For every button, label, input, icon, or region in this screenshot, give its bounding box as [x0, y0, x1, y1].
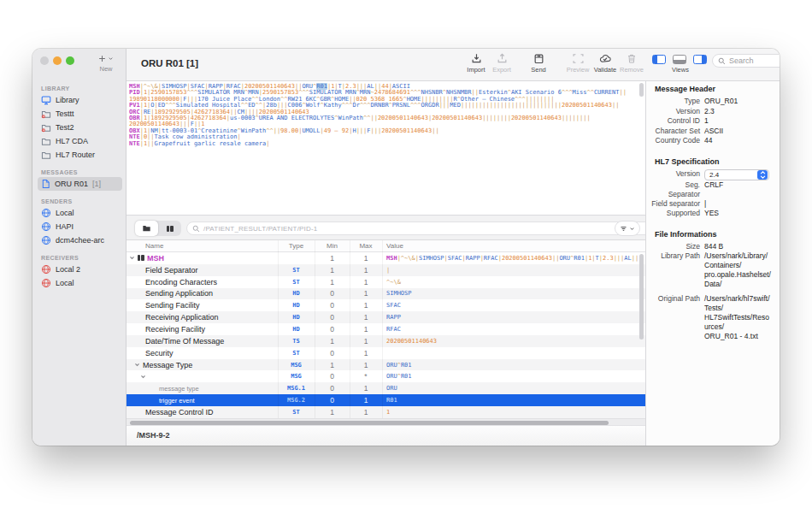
close-button[interactable]: [40, 56, 49, 65]
cell-max: 1: [350, 278, 382, 286]
toggle-bottom-panel-button[interactable]: [673, 55, 686, 64]
export-button[interactable]: Export: [483, 52, 521, 74]
inspector-label: Country Code: [651, 136, 704, 145]
table-row-trigger-event[interactable]: trigger eventMSG.201R01: [127, 394, 645, 406]
minimize-button[interactable]: [53, 56, 62, 65]
new-button[interactable]: New: [91, 53, 121, 73]
table-row-security[interactable]: SecurityST01: [127, 347, 645, 359]
cell-max: 1: [350, 384, 382, 393]
remove-button[interactable]: Remove: [613, 52, 650, 74]
zoom-button[interactable]: [66, 56, 74, 65]
inspector-row-type: TypeORU_R01: [651, 97, 773, 107]
cell-min: 0: [315, 349, 350, 357]
sidebar-item-hl7-cda[interactable]: HL7 CDA: [38, 134, 122, 148]
cell-max: 1: [350, 254, 382, 263]
toggle-left-panel-button[interactable]: [652, 55, 666, 64]
folder-icon: [41, 137, 51, 146]
hl7-version-select[interactable]: 2.4: [704, 169, 769, 180]
cell-value: SIMHOSP: [382, 290, 645, 297]
inspector-label: Size: [651, 242, 704, 251]
cell-min: 1: [315, 337, 350, 346]
message-editor[interactable]: MSH|^~\&|SIMHOSP|SFAC|RAPP|RFAC|20200501…: [127, 81, 645, 215]
table-row-message-type[interactable]: message typeMSG.101ORU: [127, 382, 645, 394]
segment-view-button[interactable]: [158, 221, 181, 236]
inspector-label: Control ID: [651, 116, 704, 126]
message-scrollbar[interactable]: [639, 83, 644, 97]
cell-min: 1: [315, 266, 350, 275]
scrollbar-thumb[interactable]: [130, 421, 609, 425]
cell-type: HD: [278, 326, 315, 333]
window-title: ORU R01 [1]: [141, 58, 198, 68]
sidebar-item-label: Local: [56, 209, 74, 217]
toggle-right-panel-button[interactable]: [693, 55, 707, 64]
sidebar-item-local[interactable]: Local: [38, 276, 122, 290]
sidebar-item-label: Local 2: [56, 265, 80, 274]
tree-view-button[interactable]: [135, 221, 158, 236]
sidebar-item-label: Library: [56, 96, 79, 104]
table-row-field-separator[interactable]: Field SeparatorST11|: [127, 264, 645, 276]
table-row-date-time-of-message[interactable]: Date/Time Of MessageTS1120200501140643: [127, 335, 645, 347]
table-vertical-scrollbar[interactable]: [639, 254, 644, 340]
sidebar-item-local[interactable]: Local: [38, 206, 122, 220]
toolbar-search-field[interactable]: Search: [712, 54, 780, 68]
disclosure-chevron-icon[interactable]: [134, 362, 140, 368]
column-header-name[interactable]: Name: [145, 242, 163, 250]
cell-max: 1: [350, 337, 382, 346]
table-row-item[interactable]: MSG0*ORU^R01: [127, 370, 645, 382]
filter-options-button[interactable]: [615, 221, 640, 236]
disclosure-chevron-icon[interactable]: [129, 255, 135, 261]
inspector-row-control-id: Control ID1: [651, 116, 773, 127]
sidebar-item-test2[interactable]: Test2: [38, 121, 122, 134]
views-group: Views: [652, 55, 709, 74]
inspector-value: /Users/nark/Library/ Containers/ pro.opa…: [704, 251, 773, 289]
sidebar-item-hl7-router[interactable]: HL7 Router: [38, 148, 122, 162]
sidebar-item-hapi[interactable]: HAPI: [38, 220, 122, 233]
cell-min: 0: [315, 325, 350, 334]
inspector-label: Field separator: [651, 199, 704, 209]
cell-type: MSG.2: [278, 397, 315, 404]
column-header-type[interactable]: Type: [278, 242, 315, 250]
column-header-max[interactable]: Max: [350, 242, 382, 250]
table-header: Name Type Min Max Value: [127, 240, 645, 252]
column-header-min[interactable]: Min: [315, 242, 350, 250]
send-button[interactable]: Send: [520, 52, 557, 74]
table-row-message-control-id[interactable]: Message Control IDST111: [127, 406, 645, 418]
disclosure-chevron-icon[interactable]: [140, 374, 146, 380]
inspector-value: 2.3: [704, 107, 715, 116]
cell-value: |: [382, 267, 645, 274]
sidebar-item-label: HAPI: [56, 222, 74, 231]
table-row-sending-facility[interactable]: Sending FacilityHD01SFAC: [127, 299, 645, 311]
sidebar-item-label: Local: [56, 279, 74, 287]
sidebar-item-library[interactable]: Library: [38, 93, 122, 107]
column-divider: [315, 240, 315, 418]
globe-red-icon: [41, 264, 51, 275]
filter-icon: [620, 225, 627, 233]
column-header-value[interactable]: Value: [386, 242, 403, 250]
inspector-value: |: [704, 199, 706, 209]
inspector-row-character-set: Character SetASCII: [651, 127, 773, 137]
sidebar-section-senders: SENDERSLocalHAPIdcm4chee-arc: [38, 198, 122, 247]
table-row-sending-application[interactable]: Sending ApplicationHD01SIMHOSP: [127, 288, 645, 300]
cell-name: Receiving Application: [127, 313, 278, 322]
chevron-down-icon: [629, 226, 635, 232]
inspector-label: Library Path: [651, 251, 704, 261]
globe-blue-icon: [41, 222, 51, 232]
sidebar-item-testtt[interactable]: Testtt: [38, 107, 122, 121]
sidebar-item-oru-r01[interactable]: ORU R01[1]: [38, 177, 122, 191]
table-row-receiving-facility[interactable]: Receiving FacilityHD01RFAC: [127, 323, 645, 335]
item-count-badge: [1]: [92, 180, 101, 188]
table-row-receiving-application[interactable]: Receiving ApplicationHD01RAPP: [127, 311, 645, 323]
table-horizontal-scrollbar[interactable]: [127, 418, 645, 425]
table-row-encoding-characters[interactable]: Encoding CharactersST11^~\&: [127, 276, 645, 288]
cell-name: Receiving Facility: [127, 325, 278, 334]
table-row-message-type[interactable]: Message TypeMSG11ORU^R01: [127, 359, 645, 371]
table-row-msh[interactable]: MSH11MSH|^~\&|SIMHOSP|SFAC|RAPP|RFAC|202…: [127, 252, 645, 264]
sidebar-item-local-2[interactable]: Local 2: [38, 263, 122, 276]
cell-name: Message Control ID: [127, 408, 278, 416]
inspector-row-supported: SupportedYES: [651, 209, 773, 219]
sidebar-item-dcm4chee-arc[interactable]: dcm4chee-arc: [38, 233, 122, 247]
cell-name: Date/Time Of Message: [127, 337, 278, 346]
inspector-label: Original Path: [651, 294, 704, 304]
cell-min: 1: [315, 408, 350, 416]
path-filter-placeholder: /PATIENT_RESULT/PATIENT/PID-1: [203, 225, 318, 233]
